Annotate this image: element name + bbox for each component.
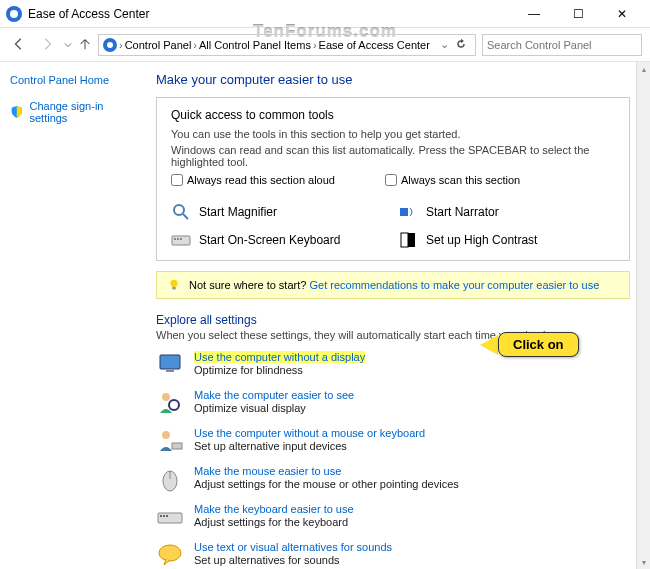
keyboard-icon-2 xyxy=(156,503,184,531)
magnifier-icon xyxy=(171,202,191,222)
sidebar: Control Panel Home Change sign-in settin… xyxy=(0,62,150,569)
sidebar-control-panel-home[interactable]: Control Panel Home xyxy=(10,74,140,86)
callout-bubble: Click on xyxy=(498,332,579,357)
svg-rect-4 xyxy=(174,238,176,240)
mouse-icon xyxy=(156,465,184,493)
crumb-control-panel[interactable]: Control Panel xyxy=(125,39,192,51)
setting-mouse: Make the mouse easier to useAdjust setti… xyxy=(156,465,630,493)
page-title: Make your computer easier to use xyxy=(156,72,630,87)
link-no-mouse-keyboard[interactable]: Use the computer without a mouse or keyb… xyxy=(194,427,425,439)
desc-no-display: Optimize for blindness xyxy=(194,364,365,376)
svg-point-23 xyxy=(159,545,181,561)
refresh-button[interactable] xyxy=(451,38,471,52)
svg-rect-22 xyxy=(166,515,168,517)
main-content: Make your computer easier to use Quick a… xyxy=(150,62,650,569)
recent-dropdown[interactable] xyxy=(64,39,72,51)
minimize-button[interactable]: — xyxy=(512,1,556,27)
svg-point-0 xyxy=(174,205,184,215)
keyboard-icon xyxy=(171,230,191,250)
checkbox-scan[interactable] xyxy=(385,174,397,186)
close-button[interactable]: ✕ xyxy=(600,1,644,27)
narrator-icon xyxy=(398,202,418,222)
quick-desc-1: You can use the tools in this section to… xyxy=(171,128,615,140)
svg-point-14 xyxy=(169,400,179,410)
chevron-right-icon: › xyxy=(119,39,123,51)
setting-sounds: Use text or visual alternatives for soun… xyxy=(156,541,630,569)
explore-title: Explore all settings xyxy=(156,313,630,327)
check-scan[interactable]: Always scan this section xyxy=(385,174,520,186)
svg-rect-8 xyxy=(401,233,408,247)
tool-contrast[interactable]: Set up High Contrast xyxy=(398,230,615,250)
svg-rect-11 xyxy=(160,355,180,369)
person-devices-icon xyxy=(156,427,184,455)
address-dropdown[interactable]: ⌄ xyxy=(440,38,449,51)
forward-button[interactable] xyxy=(36,35,58,55)
svg-rect-19 xyxy=(158,513,182,523)
link-easier-see[interactable]: Make the computer easier to see xyxy=(194,389,354,401)
svg-rect-10 xyxy=(172,287,176,290)
annotation-callout: Click on xyxy=(480,332,579,357)
window-title: Ease of Access Center xyxy=(28,7,512,21)
svg-rect-6 xyxy=(180,238,182,240)
link-mouse[interactable]: Make the mouse easier to use xyxy=(194,465,341,477)
maximize-button[interactable]: ☐ xyxy=(556,1,600,27)
svg-rect-5 xyxy=(177,238,179,240)
hint-bar: Not sure where to start? Get recommendat… xyxy=(156,271,630,299)
check-read-aloud[interactable]: Always read this section aloud xyxy=(171,174,335,186)
location-icon xyxy=(103,38,117,52)
svg-point-15 xyxy=(162,431,170,439)
svg-rect-21 xyxy=(163,515,165,517)
speech-bubble-icon xyxy=(156,541,184,569)
svg-line-1 xyxy=(183,214,188,219)
svg-rect-20 xyxy=(160,515,162,517)
link-sounds[interactable]: Use text or visual alternatives for soun… xyxy=(194,541,392,553)
svg-point-13 xyxy=(162,393,170,401)
checkbox-read-aloud[interactable] xyxy=(171,174,183,186)
hint-text: Not sure where to start? xyxy=(189,279,306,291)
link-keyboard[interactable]: Make the keyboard easier to use xyxy=(194,503,354,515)
tool-narrator[interactable]: Start Narrator xyxy=(398,202,615,222)
up-button[interactable] xyxy=(78,37,92,53)
tool-magnifier[interactable]: Start Magnifier xyxy=(171,202,388,222)
chevron-right-icon: › xyxy=(193,39,197,51)
setting-no-mouse-keyboard: Use the computer without a mouse or keyb… xyxy=(156,427,630,455)
link-no-display[interactable]: Use the computer without a display xyxy=(194,351,365,363)
scroll-up-icon[interactable]: ▴ xyxy=(637,62,650,76)
quick-access-box: Quick access to common tools You can use… xyxy=(156,97,630,261)
setting-keyboard: Make the keyboard easier to useAdjust se… xyxy=(156,503,630,531)
svg-rect-12 xyxy=(166,370,174,372)
person-magnify-icon xyxy=(156,389,184,417)
sidebar-item-label: Change sign-in settings xyxy=(29,100,140,124)
svg-rect-2 xyxy=(400,208,408,216)
lightbulb-icon xyxy=(167,278,181,292)
shield-icon xyxy=(10,105,23,119)
svg-rect-3 xyxy=(172,236,190,245)
app-icon xyxy=(6,6,22,22)
search-input[interactable] xyxy=(482,34,642,56)
hint-link[interactable]: Get recommendations to make your compute… xyxy=(309,279,599,291)
svg-rect-16 xyxy=(172,443,182,449)
svg-point-9 xyxy=(171,280,178,287)
monitor-icon xyxy=(156,351,184,379)
back-button[interactable] xyxy=(8,35,30,55)
scrollbar[interactable]: ▴ ▾ xyxy=(636,62,650,569)
scroll-down-icon[interactable]: ▾ xyxy=(637,555,650,569)
tool-osk[interactable]: Start On-Screen Keyboard xyxy=(171,230,388,250)
setting-easier-see: Make the computer easier to seeOptimize … xyxy=(156,389,630,417)
callout-arrow-icon xyxy=(480,335,498,355)
quick-desc-2: Windows can read and scan this list auto… xyxy=(171,144,615,168)
contrast-icon xyxy=(398,230,418,250)
quick-title: Quick access to common tools xyxy=(171,108,615,122)
watermark: TenForums.com xyxy=(253,22,397,42)
sidebar-change-signin[interactable]: Change sign-in settings xyxy=(10,100,140,124)
